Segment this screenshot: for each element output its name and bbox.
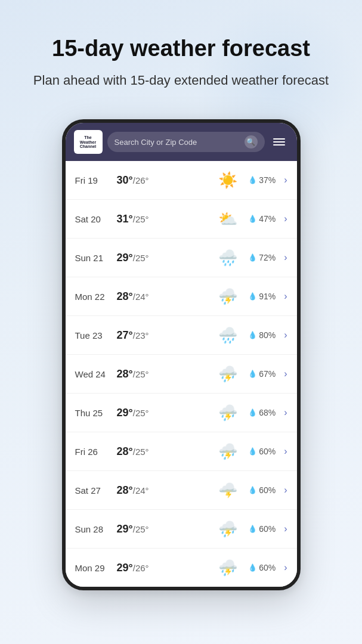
day-label: Sun 28 [75,524,112,534]
temperature-display: 29°/26° [117,562,211,574]
temp-high: 29° [117,523,133,535]
forecast-row[interactable]: Mon 22 28°/24° ⛈️ 💧91% › [66,277,297,316]
day-label: Sat 20 [75,214,112,224]
forecast-list: Fri 19 30°/26° ☀️ 💧37% › Sat 20 31°/25° … [66,161,297,587]
expand-chevron-icon[interactable]: › [280,252,287,263]
weather-icon: ⛈️ [215,557,241,578]
precipitation: 💧60% [246,485,276,495]
weather-icon: 🌧️ [215,324,241,346]
forecast-row[interactable]: Mon 29 29°/26° ⛈️ 💧60% › [66,549,297,587]
temperature-display: 29°/25° [117,252,211,264]
temp-high: 30° [117,174,133,186]
precipitation: 💧47% [246,214,276,224]
temp-high: 29° [117,562,133,574]
forecast-row[interactable]: Tue 23 27°/23° 🌧️ 💧80% › [66,316,297,355]
expand-chevron-icon[interactable]: › [280,485,287,496]
page-subtitle: Plan ahead with 15-day extended weather … [18,72,344,90]
weather-icon: ⛈️ [215,286,241,307]
precipitation: 💧80% [246,330,276,340]
weather-icon: ⛈️ [215,363,241,385]
precipitation: 💧67% [246,369,276,379]
day-label: Mon 29 [75,563,112,573]
temp-high: 28° [117,290,133,302]
forecast-row[interactable]: Thu 25 29°/25° ⛈️ 💧68% › [66,394,297,432]
drop-icon: 💧 [248,564,257,572]
temp-low: /24° [133,292,149,302]
expand-chevron-icon[interactable]: › [280,562,287,573]
expand-chevron-icon[interactable]: › [280,407,287,418]
app-header: TheWeatherChannel Search City or Zip Cod… [66,123,297,161]
search-icon[interactable]: 🔍 [245,135,258,148]
temp-high: 29° [117,407,133,419]
precipitation: 💧60% [246,563,276,572]
forecast-row[interactable]: Wed 24 28°/25° ⛈️ 💧67% › [66,355,297,394]
phone-mockup: TheWeatherChannel Search City or Zip Cod… [0,107,362,614]
temperature-display: 28°/25° [117,368,211,380]
temp-low: /25° [133,253,149,263]
temperature-display: 29°/25° [117,407,211,419]
expand-chevron-icon[interactable]: › [280,213,287,224]
expand-chevron-icon[interactable]: › [280,446,287,457]
precipitation: 💧60% [246,447,276,456]
temperature-display: 27°/23° [117,329,211,342]
drop-icon: 💧 [248,525,257,533]
expand-chevron-icon[interactable]: › [280,524,287,534]
search-bar[interactable]: Search City or Zip Code 🔍 [107,132,265,152]
expand-chevron-icon[interactable]: › [280,291,287,302]
expand-chevron-icon[interactable]: › [280,369,287,379]
temp-low: /24° [133,485,149,496]
day-label: Fri 19 [75,175,112,185]
temp-high: 28° [117,484,133,496]
day-label: Wed 24 [75,369,112,379]
temp-low: /26° [133,563,149,573]
weather-channel-logo: TheWeatherChannel [74,130,103,154]
day-label: Sun 21 [75,253,112,263]
weather-icon: ⛅ [215,208,241,230]
forecast-row[interactable]: Fri 26 28°/25° ⛈️ 💧60% › [66,432,297,471]
expand-chevron-icon[interactable]: › [280,330,287,340]
weather-icon: ⛈️ [215,441,241,462]
temperature-display: 28°/24° [117,290,211,303]
drop-icon: 💧 [248,408,257,417]
page-title: 15-day weather forecast [18,36,344,62]
forecast-row[interactable]: Fri 19 30°/26° ☀️ 💧37% › [66,161,297,200]
temp-high: 31° [117,213,133,225]
temp-high: 28° [117,445,133,457]
precipitation: 💧91% [246,292,276,301]
weather-icon: ⛈️ [215,518,241,540]
phone-frame: TheWeatherChannel Search City or Zip Cod… [62,119,301,590]
precipitation: 💧68% [246,408,276,417]
precipitation: 💧37% [246,175,276,185]
drop-icon: 💧 [248,292,257,301]
temperature-display: 28°/24° [117,484,211,497]
weather-icon: 🌩️ [215,479,241,501]
weather-icon: 🌧️ [215,247,241,268]
precipitation: 💧72% [246,253,276,262]
temp-low: /26° [133,175,149,185]
weather-icon: ⛈️ [215,402,241,423]
temp-high: 29° [117,252,133,264]
temperature-display: 28°/25° [117,445,211,458]
day-label: Mon 22 [75,292,112,302]
drop-icon: 💧 [248,447,257,456]
drop-icon: 💧 [248,370,257,378]
precipitation: 💧60% [246,524,276,534]
temp-high: 27° [117,329,133,341]
drop-icon: 💧 [248,331,257,339]
menu-icon[interactable] [270,136,289,148]
temp-low: /25° [133,214,149,224]
temp-high: 28° [117,368,133,380]
forecast-row[interactable]: Sat 27 28°/24° 🌩️ 💧60% › [66,471,297,510]
drop-icon: 💧 [248,176,257,184]
drop-icon: 💧 [248,253,257,262]
temperature-display: 29°/25° [117,523,211,535]
drop-icon: 💧 [248,486,257,494]
temp-low: /25° [133,369,149,379]
expand-chevron-icon[interactable]: › [280,175,287,185]
forecast-row[interactable]: Sat 20 31°/25° ⛅ 💧47% › [66,200,297,239]
forecast-row[interactable]: Sun 28 29°/25° ⛈️ 💧60% › [66,510,297,549]
drop-icon: 💧 [248,215,257,223]
weather-icon: ☀️ [215,169,241,191]
forecast-row[interactable]: Sun 21 29°/25° 🌧️ 💧72% › [66,239,297,277]
temp-low: /23° [133,330,149,340]
